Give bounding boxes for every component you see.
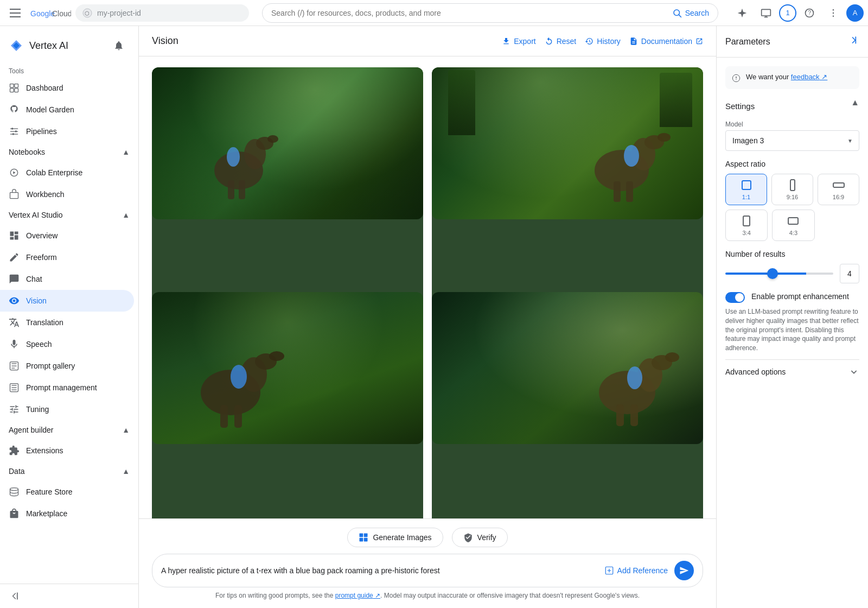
studio-section-header[interactable]: Vertex AI Studio ▲: [0, 205, 138, 225]
search-button[interactable]: Search: [672, 8, 709, 18]
sidebar-item-prompt-management[interactable]: Prompt management: [0, 377, 134, 398]
user-number-badge[interactable]: 1: [779, 4, 796, 22]
sidebar-item-workbench[interactable]: Workbench: [0, 183, 134, 205]
toggle-row: Enable prompt enhancement: [725, 292, 859, 303]
colab-label: Colab Enterprise: [26, 168, 82, 177]
svg-rect-38: [614, 181, 621, 202]
sidebar-item-translation[interactable]: Translation: [0, 312, 134, 333]
sidebar-item-feature-store[interactable]: Feature Store: [0, 481, 134, 503]
extensions-label: Extensions: [26, 446, 63, 455]
sidebar-item-model-garden[interactable]: Model Garden: [0, 99, 134, 121]
google-cloud-logo[interactable]: Google Cloud: [30, 7, 71, 20]
svg-point-25: [10, 488, 18, 491]
svg-rect-26: [17, 592, 18, 599]
aspect-ratio-4-3-button[interactable]: 4:3: [772, 210, 814, 241]
aspect-ratio-3-4-button[interactable]: 3:4: [725, 210, 768, 241]
svg-rect-53: [630, 404, 638, 426]
screen-icon: [761, 8, 771, 18]
advanced-options-section[interactable]: Advanced options: [725, 359, 859, 384]
svg-rect-57: [360, 538, 363, 542]
history-button[interactable]: History: [585, 37, 621, 46]
sidebar-item-freeform[interactable]: Freeform: [0, 246, 134, 268]
screen-button[interactable]: [755, 2, 777, 24]
model-garden-icon: [9, 104, 20, 115]
sidebar-item-overview[interactable]: Overview: [0, 225, 134, 246]
history-icon: [585, 37, 593, 46]
aspect-ratio-16-9-button[interactable]: 16:9: [818, 174, 859, 205]
settings-collapse-button[interactable]: ▲: [851, 98, 859, 107]
dino-silhouette-1: [184, 100, 293, 208]
global-search[interactable]: Search: [262, 3, 718, 23]
info-icon: [732, 74, 741, 83]
svg-line-5: [679, 15, 681, 17]
main-content: Vision Export Reset History Documentatio…: [139, 26, 716, 608]
svg-point-18: [11, 128, 13, 129]
project-selector[interactable]: ⬡ my-project-id: [75, 4, 249, 22]
sidebar-item-marketplace[interactable]: Marketplace: [0, 503, 134, 524]
export-button[interactable]: Export: [502, 37, 535, 46]
add-reference-button[interactable]: Add Reference: [604, 566, 668, 575]
feedback-banner: We want your feedback ↗: [725, 66, 859, 89]
vertex-ai-icon: [9, 38, 24, 53]
svg-text:Cloud: Cloud: [52, 9, 71, 18]
aspect-4-3-icon: [787, 214, 800, 227]
sidebar-item-vision[interactable]: Vision: [0, 290, 134, 312]
svg-rect-31: [228, 180, 234, 199]
hamburger-menu-button[interactable]: [4, 2, 26, 24]
sidebar-item-extensions[interactable]: Extensions: [0, 440, 134, 461]
agent-chevron-icon: ▲: [122, 426, 130, 434]
svg-point-51: [665, 352, 679, 362]
prompt-enhancement-toggle[interactable]: [725, 292, 745, 303]
agent-builder-label: Agent builder: [9, 426, 54, 434]
documentation-button[interactable]: Documentation: [629, 37, 703, 46]
data-section-header[interactable]: Data ▲: [0, 461, 138, 481]
notifications-button[interactable]: [108, 35, 130, 56]
reset-button[interactable]: Reset: [545, 37, 577, 46]
svg-point-33: [227, 147, 240, 167]
sidebar-item-dashboard[interactable]: Dashboard: [0, 77, 134, 99]
slider-row: 4: [725, 264, 859, 283]
send-button[interactable]: [674, 561, 694, 580]
sidebar-item-prompt-gallery[interactable]: Prompt gallery: [0, 355, 134, 377]
model-select[interactable]: Imagen 3 Imagen 2 Imagen 1: [725, 130, 859, 151]
user-avatar[interactable]: A: [846, 4, 864, 22]
extensions-icon: [9, 445, 20, 456]
sparkle-button[interactable]: [731, 2, 753, 24]
sidebar-collapse-button[interactable]: [0, 584, 138, 608]
search-input[interactable]: [271, 9, 668, 17]
aspect-ratio-1-1-button[interactable]: 1:1: [725, 174, 767, 205]
sidebar-item-pipelines[interactable]: Pipelines: [0, 121, 134, 142]
tools-section-label: Tools: [0, 61, 138, 77]
model-garden-label: Model Garden: [26, 105, 74, 114]
generate-images-button[interactable]: Generate Images: [347, 528, 443, 547]
sidebar-item-chat[interactable]: Chat: [0, 268, 134, 290]
prompt-guide-link[interactable]: prompt guide ↗: [335, 592, 380, 599]
svg-rect-45: [220, 405, 228, 428]
add-reference-icon: [604, 566, 614, 575]
svg-rect-68: [788, 218, 798, 224]
page-header: Vision Export Reset History Documentatio…: [139, 26, 716, 56]
pipelines-label: Pipelines: [26, 127, 57, 136]
hamburger-icon: [10, 9, 21, 17]
verify-button[interactable]: Verify: [452, 528, 508, 547]
more-menu-button[interactable]: [822, 2, 844, 24]
feedback-link[interactable]: feedback ↗: [791, 73, 827, 81]
generated-image-4[interactable]: [432, 292, 703, 519]
page-title: Vision: [152, 35, 178, 47]
translation-icon: [9, 317, 20, 328]
prompt-input[interactable]: [161, 566, 598, 575]
studio-chevron-icon: ▲: [122, 211, 130, 219]
agent-section-header[interactable]: Agent builder ▲: [0, 420, 138, 440]
help-button[interactable]: ?: [799, 2, 820, 24]
prompt-management-label: Prompt management: [26, 383, 97, 392]
results-slider[interactable]: [725, 273, 833, 275]
panel-collapse-button[interactable]: [848, 35, 859, 48]
sidebar-item-speech[interactable]: Speech: [0, 333, 134, 355]
workbench-label: Workbench: [26, 190, 65, 199]
sidebar-item-colab-enterprise[interactable]: Colab Enterprise: [0, 162, 134, 183]
generated-image-3[interactable]: [152, 292, 423, 519]
notebooks-section-header[interactable]: Notebooks ▲: [0, 142, 138, 162]
aspect-ratio-9-16-button[interactable]: 9:16: [771, 174, 813, 205]
svg-point-12: [833, 12, 834, 14]
sidebar-item-tuning[interactable]: Tuning: [0, 398, 134, 420]
